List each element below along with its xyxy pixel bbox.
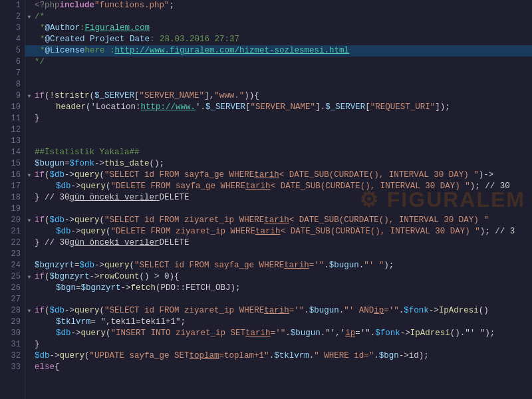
code-token: ->id); — [399, 350, 429, 362]
fold-icon[interactable]: ▼ — [25, 172, 33, 180]
code-token: = — [74, 260, 80, 271]
code-token: $db — [50, 170, 65, 181]
code-token: $_SERVER — [94, 90, 134, 102]
line-number: 17 — [0, 181, 21, 192]
code-line: ▼if($db->query("SELECT id FROM sayfa_ge … — [25, 170, 532, 181]
code-token: =toplam+1" — [219, 350, 269, 362]
code-token: DELETE — [160, 237, 190, 249]
code-token: -> — [94, 260, 104, 271]
code-line: ▼/* — [25, 11, 532, 23]
code-token: } — [35, 339, 40, 350]
code-token: -> — [429, 305, 439, 317]
code-token: $tklvrm — [274, 350, 309, 362]
code-line: * @Created Project Date: 28.03.2016 27:3… — [25, 34, 532, 45]
code-token: $bugun — [329, 260, 359, 271]
no-fold-icon — [25, 285, 33, 293]
no-fold-icon — [25, 296, 33, 304]
code-token: "SELECT id FROM sayfa_ge WHERE — [104, 170, 254, 181]
code-token: tarih — [284, 260, 309, 271]
code-token: = — [76, 283, 81, 294]
code-token: ='" — [384, 305, 399, 317]
code-token: -> — [71, 226, 81, 237]
code-token: ( — [100, 170, 105, 181]
code-token: IpAdresi — [410, 328, 450, 339]
code-token: tarih — [254, 170, 279, 181]
code-token: @Created Project Date — [45, 34, 150, 45]
code-token: -> — [90, 271, 100, 283]
code-line — [25, 68, 532, 79]
code-token: "UPDATE sayfa_ge SET — [90, 350, 190, 362]
code-token: ( — [106, 328, 111, 339]
code-token: if — [35, 90, 45, 102]
code-token: ( — [90, 90, 95, 102]
code-token: . — [374, 350, 379, 362]
code-token: < DATE_SUB(CURDATE(), INTERVAL 30 DAY) " — [271, 181, 470, 192]
line-number: 8 — [0, 79, 21, 90]
line-number: 20 — [0, 215, 21, 226]
code-token: http://www.figuralem.com/hizmet-sozlesme… — [115, 45, 350, 57]
code-token: [ — [245, 102, 251, 113]
code-token: (PDO::FETCH_OBJ); — [156, 283, 241, 294]
line-number: 14 — [0, 147, 21, 158]
code-editor: 1234567891011121314151617181920212223242… — [0, 0, 532, 399]
code-token: /* — [35, 11, 45, 23]
code-token: Figuralem.com — [85, 23, 150, 34]
code-token: ## — [35, 147, 45, 158]
code-token: ."',' — [321, 328, 346, 339]
code-token: " WHERE id=" — [314, 350, 374, 362]
code-token: query — [60, 350, 85, 362]
code-token: ( — [45, 305, 50, 317]
code-token: fetch — [131, 283, 156, 294]
line-number: 15 — [0, 158, 21, 170]
no-fold-icon — [25, 59, 33, 66]
code-token: [ — [134, 90, 140, 102]
code-token: . — [339, 305, 344, 317]
code-token: . — [370, 328, 376, 339]
code-line: ▼if($db->query("SELECT id FROM ziyaret_i… — [25, 305, 532, 317]
line-number: 29 — [0, 317, 21, 328]
no-fold-icon — [25, 70, 33, 78]
code-line: <?php include "functions.php"; — [25, 0, 532, 11]
fold-icon[interactable]: ▼ — [25, 273, 33, 281]
code-token: $db — [56, 226, 71, 237]
code-line — [25, 294, 532, 305]
code-token: this_date — [104, 158, 150, 170]
code-token: $bgn — [379, 350, 399, 362]
code-token: < DATE_SUB(CURDATE(), INTERVAL 30 DAY) " — [289, 215, 489, 226]
no-fold-icon — [25, 364, 33, 372]
line-number: 24 — [0, 260, 21, 271]
code-token: "SERVER_NAME" — [251, 102, 316, 113]
code-token: ( — [45, 271, 50, 283]
code-token: "SELECT id FROM ziyaret_ip WHERE — [104, 305, 264, 317]
no-fold-icon — [25, 138, 33, 146]
code-line: header('Location: http://www.'.$_SERVER[… — [25, 102, 532, 113]
code-token: "SERVER_NAME" — [140, 90, 205, 102]
code-token: . — [359, 260, 364, 271]
code-line — [25, 79, 532, 90]
fold-icon[interactable]: ▼ — [25, 92, 33, 100]
code-token: () — [479, 305, 489, 317]
code-token: -> — [94, 158, 104, 170]
code-token: toplam — [190, 350, 219, 362]
code-token: $bgn — [56, 283, 76, 294]
fold-icon[interactable]: ▼ — [25, 307, 33, 315]
no-fold-icon — [25, 126, 33, 134]
code-line: * @Author: Figuralem.com — [25, 23, 532, 34]
code-line: $db->query("UPDATE sayfa_ge SET toplam=t… — [25, 350, 532, 362]
code-area[interactable]: <?php include "functions.php";▼/* * @Aut… — [25, 0, 532, 399]
fold-icon[interactable]: ▼ — [25, 13, 33, 21]
fold-icon[interactable]: ▼ — [25, 217, 33, 225]
code-token: . — [285, 328, 291, 339]
code-line — [25, 203, 532, 215]
line-number: 18 — [0, 192, 21, 203]
code-line: $db->query("INSERT INTO ziyaret_ip SET t… — [25, 328, 532, 339]
code-line: } — [25, 113, 532, 124]
line-number: 5 — [0, 45, 21, 57]
code-token: ]. — [315, 102, 325, 113]
code-token: . — [399, 305, 404, 317]
code-token: -> — [400, 328, 410, 339]
code-line: ▼if($bgnzyrt->rowCount() > 0){ — [25, 271, 532, 283]
code-token: ( — [84, 350, 90, 362]
code-token: tarih — [255, 226, 281, 237]
code-token: ='" — [289, 305, 305, 317]
